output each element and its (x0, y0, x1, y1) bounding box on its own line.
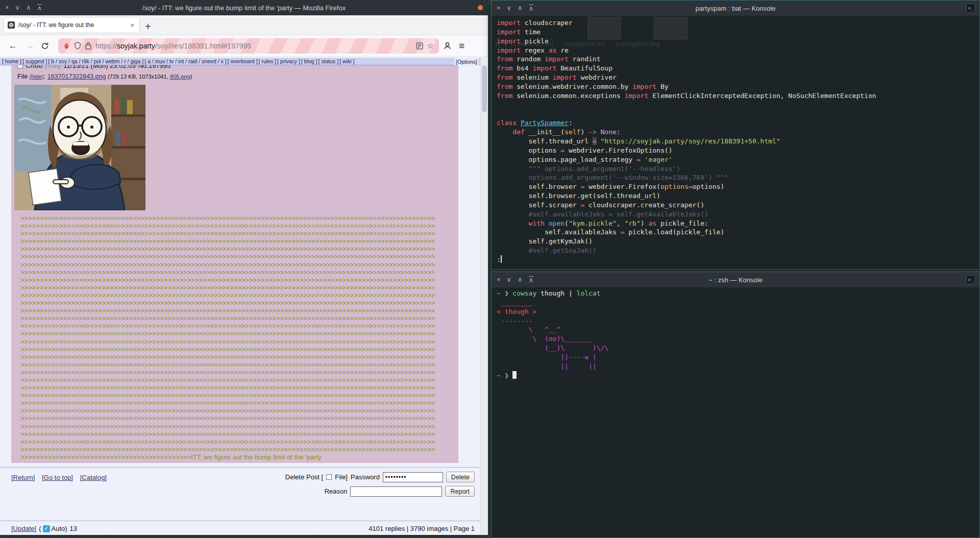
greentext-line: >>>>>>>>>>>>>>>>>>>>>>>>>>>>>>>>>>>>>>>>… (20, 346, 435, 353)
terminal-line: (__)\ )\/\ (497, 344, 974, 353)
code-line: import time (497, 28, 974, 37)
terminal-line: \ (oo)\_______ (497, 334, 974, 344)
robot-icon[interactable] (63, 42, 70, 49)
minimize-icon[interactable]: ∨ (507, 5, 512, 12)
divider (0, 467, 488, 468)
options-link[interactable]: [Options] (454, 58, 479, 65)
close-icon[interactable]: × (497, 276, 501, 283)
greentext-line: >>>>>>>>>>>>>>>>>>>>>>>>>>>>>>>>>>>>>>>>… (20, 253, 435, 260)
board-nav-group[interactable]: [ blog ] (301, 58, 317, 64)
auto-update-checkbox[interactable]: ✓ (43, 525, 50, 532)
catalog-link[interactable]: [Catalog] (80, 474, 107, 481)
url-bar[interactable]: https://soyjak.party/soy//res/188391.htm… (58, 38, 439, 54)
code-line: self.browser = webdriver.Firefox(options… (497, 182, 974, 191)
terminal-line: ~ ❯ (497, 371, 974, 380)
board-nav-group[interactable]: [ suggest ] (22, 58, 47, 64)
auto-label: Auto) (52, 525, 67, 532)
terminal-bat-content[interactable]: js screenshot3.xcf soyvagelion.xcf soyva… (492, 16, 979, 269)
browser-tab[interactable]: /soy/ - ITT: we figure out the × (3, 17, 140, 33)
maximize-icon[interactable]: ∧ (518, 276, 523, 283)
board-nav-group[interactable]: [ wiki ] (339, 58, 354, 64)
keep-above-icon[interactable]: ∧ (529, 5, 534, 12)
code-line: self.browser.get(self.thread_url) (497, 191, 974, 201)
tab-close-icon[interactable]: × (129, 21, 135, 29)
minimize-icon[interactable]: ∨ (15, 4, 20, 11)
return-link[interactable]: [Return] (11, 474, 35, 481)
password-label: Password (351, 473, 380, 481)
post-image-thumbnail[interactable] (14, 85, 145, 210)
terminal-line: ________ (497, 298, 974, 307)
file-hide-link[interactable]: (hide) (30, 74, 44, 80)
reason-label: Reason (325, 487, 348, 495)
greentext-line: >>>>>>>>>>>>>>>>>>>>>>>>>>>>>>>>>>>>>>>>… (20, 361, 435, 369)
greentext-last-line: >>>>>>>>>>>>>>>>>>>>>>>>>>>>>>>>>>>>>>>>… (20, 453, 435, 461)
code-line: self.scraper = cloudscraper.create_scrap… (497, 201, 974, 210)
delete-file-checkbox[interactable] (326, 474, 332, 480)
minimize-icon[interactable]: ∨ (507, 276, 512, 283)
maximize-icon[interactable]: ∧ (26, 4, 31, 11)
lock-icon[interactable] (85, 42, 91, 50)
code-line: with open("kym.pickle", "rb") as pickle_… (497, 219, 974, 228)
menu-hamburger-icon[interactable]: ≡ (459, 40, 464, 52)
board-nav-group[interactable]: [ b / soy / qa / r9k / pol / webm / r / … (48, 58, 143, 64)
shield-icon[interactable] (74, 42, 81, 50)
window-title: partyspam : bat — Konsole (492, 5, 979, 12)
delete-post-form: Delete Post [ File] Password Delete (285, 472, 475, 482)
account-icon[interactable] (443, 41, 452, 50)
terminal-zsh-content[interactable]: ~ ❯ cowsay though | lolcat ________< tho… (492, 287, 979, 537)
delete-button[interactable]: Delete (446, 472, 475, 482)
board-nav-group[interactable]: [ a / muv / tv / int / raid / sneed / x … (144, 58, 226, 64)
firefox-titlebar[interactable]: × ∨ ∧ ∧ /soy/ - ITT: we figure out the b… (0, 0, 488, 15)
code-line: options = webdriver.FirefoxOptions() (497, 146, 974, 155)
board-nav-group[interactable]: [ privacy ] (277, 58, 300, 64)
greentext-line: >>>>>>>>>>>>>>>>>>>>>>>>>>>>>>>>>>>>>>>>… (20, 407, 435, 414)
bookmark-star-icon[interactable]: ☆ (427, 41, 434, 51)
thread-footer: [Update] ( ✓ Auto) 13 4101 replies | 379… (11, 525, 475, 532)
greentext-line: >>>>>>>>>>>>>>>>>>>>>>>>>>>>>>>>>>>>>>>>… (20, 330, 435, 337)
code-line: options.page_load_strategy = 'eager' (497, 155, 974, 164)
new-tab-button[interactable]: + (145, 21, 151, 33)
file-label: File (17, 73, 28, 80)
keep-above-icon[interactable]: ∧ (529, 276, 534, 283)
go-to-top-link[interactable]: [Go to top] (42, 474, 73, 481)
update-link[interactable]: [Update] (11, 525, 36, 532)
reader-view-icon[interactable] (416, 42, 423, 50)
terminal-line: < though > (497, 307, 974, 316)
maximize-icon[interactable]: ∧ (518, 5, 523, 12)
file-name-link[interactable]: 1637017322843.png (47, 73, 106, 80)
board-nav-group[interactable]: [ home ] (2, 58, 21, 64)
divider (0, 521, 488, 521)
scrollbar-thumb[interactable] (482, 65, 487, 112)
greentext-line: >>>>>>>>>>>>>>>>>>>>>>>>>>>>>>>>>>>>>>>>… (20, 438, 435, 446)
desktop: × ∨ ∧ ∧ /soy/ - ITT: we figure out the b… (0, 0, 980, 538)
board-nav-group[interactable]: [ overboard ] (228, 58, 258, 64)
code-line: from random import randint (497, 55, 974, 64)
file-origname-link[interactable]: 805.png (170, 74, 190, 80)
greentext-line: >>>>>>>>>>>>>>>>>>>>>>>>>>>>>>>>>>>>>>>>… (20, 291, 435, 299)
password-input[interactable] (383, 472, 443, 482)
back-icon[interactable]: ← (6, 41, 19, 51)
url-host: soyjak.party (117, 42, 155, 50)
keep-above-icon[interactable]: ∧ (37, 4, 42, 11)
konsole-zsh-window: × ∨ ∧ ∧ ~ : zsh — Konsole >_ ~ ❯ cowsay … (491, 272, 980, 538)
greentext-line: >>>>>>>>>>>>>>>>>>>>>>>>>>>>>>>>>>>>>>>>… (20, 214, 435, 222)
reason-input[interactable] (350, 486, 442, 497)
greentext-line: >>>>>>>>>>>>>>>>>>>>>>>>>>>>>>>>>>>>>>>>… (20, 399, 435, 407)
board-nav-group[interactable]: [ status ] (318, 58, 338, 64)
reload-icon[interactable] (41, 42, 54, 50)
code-line: import cloudscraper (497, 18, 974, 28)
close-icon[interactable]: × (5, 4, 9, 11)
report-form: Reason Report (325, 486, 475, 497)
greentext-line: >>>>>>>>>>>>>>>>>>>>>>>>>>>>>>>>>>>>>>>>… (20, 268, 435, 276)
url-text[interactable]: https://soyjak.party/soy//res/188391.htm… (95, 42, 412, 50)
greentext-line: >>>>>>>>>>>>>>>>>>>>>>>>>>>>>>>>>>>>>>>>… (20, 276, 435, 284)
board-nav-group[interactable]: [ rules ] (259, 58, 276, 64)
forward-icon: → (23, 41, 37, 51)
page-scrollbar[interactable] (480, 57, 488, 535)
konsole-zsh-titlebar[interactable]: × ∨ ∧ ∧ ~ : zsh — Konsole >_ (492, 272, 979, 287)
greentext-line: >>>>>>>>>>>>>>>>>>>>>>>>>>>>>>>>>>>>>>>>… (20, 414, 435, 422)
konsole-icon: >_ (966, 275, 975, 284)
report-button[interactable]: Report (445, 486, 475, 497)
close-icon[interactable]: × (497, 5, 501, 12)
konsole-bat-titlebar[interactable]: × ∨ ∧ ∧ partyspam : bat — Konsole >_ (492, 1, 979, 16)
